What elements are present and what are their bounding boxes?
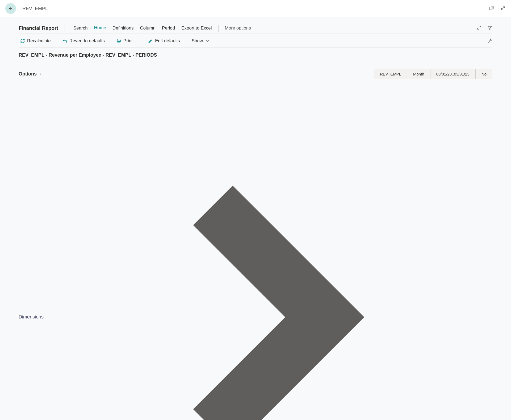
- back-button[interactable]: [5, 3, 16, 14]
- svg-rect-1: [489, 7, 492, 10]
- edit-defaults-button[interactable]: Edit defaults: [146, 37, 182, 45]
- share-icon[interactable]: [476, 26, 482, 31]
- pin-icon[interactable]: [487, 38, 492, 44]
- options-toggle[interactable]: Options: [19, 71, 37, 77]
- pencil-icon: [148, 39, 153, 43]
- export-excel-button[interactable]: Export to Excel: [181, 24, 212, 32]
- refresh-icon: [20, 39, 25, 43]
- report-title: REV_EMPL - Revenue per Employee - REV_EM…: [19, 52, 492, 58]
- svg-marker-6: [488, 26, 492, 30]
- print-button[interactable]: Print...: [115, 37, 138, 45]
- dimensions-toggle[interactable]: Dimensions: [19, 314, 44, 320]
- expand-icon[interactable]: [500, 6, 506, 12]
- chip-report[interactable]: REV_EMPL: [374, 69, 407, 79]
- chevron-right-icon: [39, 73, 42, 75]
- tab-definitions[interactable]: Definitions: [112, 24, 133, 32]
- financial-report-label: Financial Report: [19, 25, 58, 31]
- recalculate-button[interactable]: Recalculate: [19, 37, 52, 45]
- tab-period[interactable]: Period: [162, 24, 175, 32]
- filter-icon[interactable]: [487, 26, 492, 31]
- revert-button[interactable]: Revert to defaults: [61, 37, 106, 45]
- page-title: REV_EMPL: [22, 6, 489, 11]
- chip-date-range[interactable]: 03/01/23..03/31/23: [430, 69, 475, 79]
- separator: [65, 25, 65, 32]
- tab-home[interactable]: Home: [94, 24, 106, 32]
- search-button[interactable]: Search: [71, 24, 88, 32]
- undo-icon: [62, 39, 67, 43]
- svg-line-3: [501, 7, 505, 10]
- chip-period-type[interactable]: Month: [407, 69, 430, 79]
- print-icon: [116, 39, 121, 43]
- chevron-right-icon: [45, 94, 492, 420]
- chip-flag[interactable]: No: [475, 69, 492, 79]
- open-new-window-icon[interactable]: [489, 6, 494, 12]
- options-chips: REV_EMPL Month 03/01/23..03/31/23 No: [374, 69, 492, 79]
- more-options-button[interactable]: More options: [225, 24, 251, 32]
- chevron-down-icon: [205, 39, 210, 43]
- show-dropdown[interactable]: Show: [190, 37, 212, 45]
- tab-column[interactable]: Column: [140, 24, 156, 32]
- separator: [218, 25, 219, 32]
